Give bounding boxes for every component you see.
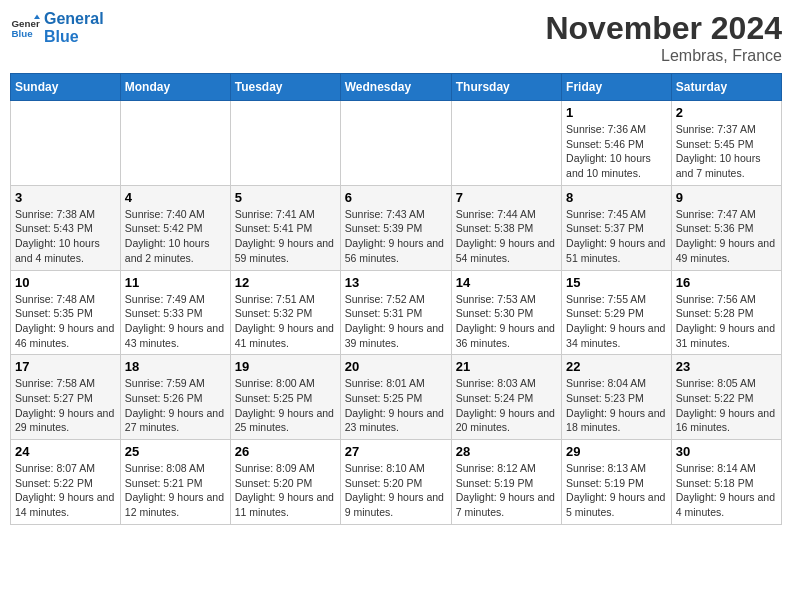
calendar-cell: 5Sunrise: 7:41 AM Sunset: 5:41 PM Daylig… [230, 185, 340, 270]
day-number: 29 [566, 444, 667, 459]
calendar-table: SundayMondayTuesdayWednesdayThursdayFrid… [10, 73, 782, 525]
calendar-body: 1Sunrise: 7:36 AM Sunset: 5:46 PM Daylig… [11, 101, 782, 525]
day-info: Sunrise: 7:38 AM Sunset: 5:43 PM Dayligh… [15, 207, 116, 266]
day-info: Sunrise: 8:08 AM Sunset: 5:21 PM Dayligh… [125, 461, 226, 520]
day-info: Sunrise: 8:04 AM Sunset: 5:23 PM Dayligh… [566, 376, 667, 435]
day-number: 30 [676, 444, 777, 459]
day-number: 13 [345, 275, 447, 290]
day-number: 20 [345, 359, 447, 374]
day-info: Sunrise: 8:12 AM Sunset: 5:19 PM Dayligh… [456, 461, 557, 520]
day-info: Sunrise: 7:51 AM Sunset: 5:32 PM Dayligh… [235, 292, 336, 351]
calendar-week-row: 3Sunrise: 7:38 AM Sunset: 5:43 PM Daylig… [11, 185, 782, 270]
day-info: Sunrise: 7:36 AM Sunset: 5:46 PM Dayligh… [566, 122, 667, 181]
day-number: 3 [15, 190, 116, 205]
day-number: 5 [235, 190, 336, 205]
day-info: Sunrise: 8:07 AM Sunset: 5:22 PM Dayligh… [15, 461, 116, 520]
day-number: 2 [676, 105, 777, 120]
calendar-cell: 15Sunrise: 7:55 AM Sunset: 5:29 PM Dayli… [562, 270, 672, 355]
day-info: Sunrise: 7:41 AM Sunset: 5:41 PM Dayligh… [235, 207, 336, 266]
day-number: 25 [125, 444, 226, 459]
day-info: Sunrise: 7:58 AM Sunset: 5:27 PM Dayligh… [15, 376, 116, 435]
day-number: 22 [566, 359, 667, 374]
day-info: Sunrise: 7:52 AM Sunset: 5:31 PM Dayligh… [345, 292, 447, 351]
calendar-cell: 14Sunrise: 7:53 AM Sunset: 5:30 PM Dayli… [451, 270, 561, 355]
day-info: Sunrise: 8:03 AM Sunset: 5:24 PM Dayligh… [456, 376, 557, 435]
calendar-cell: 4Sunrise: 7:40 AM Sunset: 5:42 PM Daylig… [120, 185, 230, 270]
day-info: Sunrise: 7:37 AM Sunset: 5:45 PM Dayligh… [676, 122, 777, 181]
calendar-cell [451, 101, 561, 186]
weekday-header: Thursday [451, 74, 561, 101]
calendar-cell: 3Sunrise: 7:38 AM Sunset: 5:43 PM Daylig… [11, 185, 121, 270]
calendar-cell: 23Sunrise: 8:05 AM Sunset: 5:22 PM Dayli… [671, 355, 781, 440]
calendar-cell: 28Sunrise: 8:12 AM Sunset: 5:19 PM Dayli… [451, 440, 561, 525]
day-number: 18 [125, 359, 226, 374]
day-info: Sunrise: 7:59 AM Sunset: 5:26 PM Dayligh… [125, 376, 226, 435]
weekday-header: Tuesday [230, 74, 340, 101]
month-title: November 2024 [545, 10, 782, 47]
day-info: Sunrise: 8:13 AM Sunset: 5:19 PM Dayligh… [566, 461, 667, 520]
day-info: Sunrise: 7:47 AM Sunset: 5:36 PM Dayligh… [676, 207, 777, 266]
location-title: Lembras, France [545, 47, 782, 65]
svg-text:General: General [12, 17, 41, 28]
day-number: 6 [345, 190, 447, 205]
calendar-cell: 25Sunrise: 8:08 AM Sunset: 5:21 PM Dayli… [120, 440, 230, 525]
day-info: Sunrise: 7:40 AM Sunset: 5:42 PM Dayligh… [125, 207, 226, 266]
calendar-cell: 17Sunrise: 7:58 AM Sunset: 5:27 PM Dayli… [11, 355, 121, 440]
day-info: Sunrise: 7:55 AM Sunset: 5:29 PM Dayligh… [566, 292, 667, 351]
day-info: Sunrise: 8:14 AM Sunset: 5:18 PM Dayligh… [676, 461, 777, 520]
calendar-cell: 18Sunrise: 7:59 AM Sunset: 5:26 PM Dayli… [120, 355, 230, 440]
calendar-week-row: 24Sunrise: 8:07 AM Sunset: 5:22 PM Dayli… [11, 440, 782, 525]
logo-icon: General Blue [10, 13, 40, 43]
day-number: 1 [566, 105, 667, 120]
day-number: 9 [676, 190, 777, 205]
calendar-cell: 7Sunrise: 7:44 AM Sunset: 5:38 PM Daylig… [451, 185, 561, 270]
day-number: 27 [345, 444, 447, 459]
weekday-header: Sunday [11, 74, 121, 101]
calendar-cell: 8Sunrise: 7:45 AM Sunset: 5:37 PM Daylig… [562, 185, 672, 270]
day-number: 17 [15, 359, 116, 374]
calendar-cell: 9Sunrise: 7:47 AM Sunset: 5:36 PM Daylig… [671, 185, 781, 270]
day-number: 10 [15, 275, 116, 290]
day-number: 7 [456, 190, 557, 205]
day-info: Sunrise: 7:45 AM Sunset: 5:37 PM Dayligh… [566, 207, 667, 266]
day-info: Sunrise: 7:56 AM Sunset: 5:28 PM Dayligh… [676, 292, 777, 351]
calendar-cell [230, 101, 340, 186]
svg-marker-2 [34, 14, 40, 19]
day-info: Sunrise: 7:49 AM Sunset: 5:33 PM Dayligh… [125, 292, 226, 351]
day-number: 23 [676, 359, 777, 374]
logo-text: GeneralBlue [44, 10, 104, 45]
calendar-cell: 1Sunrise: 7:36 AM Sunset: 5:46 PM Daylig… [562, 101, 672, 186]
day-number: 4 [125, 190, 226, 205]
header-row: SundayMondayTuesdayWednesdayThursdayFrid… [11, 74, 782, 101]
calendar-cell: 19Sunrise: 8:00 AM Sunset: 5:25 PM Dayli… [230, 355, 340, 440]
weekday-header: Monday [120, 74, 230, 101]
calendar-cell: 24Sunrise: 8:07 AM Sunset: 5:22 PM Dayli… [11, 440, 121, 525]
day-info: Sunrise: 7:53 AM Sunset: 5:30 PM Dayligh… [456, 292, 557, 351]
calendar-cell [120, 101, 230, 186]
day-number: 19 [235, 359, 336, 374]
day-info: Sunrise: 8:00 AM Sunset: 5:25 PM Dayligh… [235, 376, 336, 435]
calendar-cell [340, 101, 451, 186]
day-number: 15 [566, 275, 667, 290]
calendar-week-row: 10Sunrise: 7:48 AM Sunset: 5:35 PM Dayli… [11, 270, 782, 355]
day-number: 16 [676, 275, 777, 290]
calendar-cell: 26Sunrise: 8:09 AM Sunset: 5:20 PM Dayli… [230, 440, 340, 525]
svg-text:Blue: Blue [12, 28, 34, 39]
header: General Blue GeneralBlue November 2024 L… [10, 10, 782, 65]
day-number: 14 [456, 275, 557, 290]
day-info: Sunrise: 8:01 AM Sunset: 5:25 PM Dayligh… [345, 376, 447, 435]
day-number: 8 [566, 190, 667, 205]
day-number: 21 [456, 359, 557, 374]
calendar-cell: 27Sunrise: 8:10 AM Sunset: 5:20 PM Dayli… [340, 440, 451, 525]
day-info: Sunrise: 7:43 AM Sunset: 5:39 PM Dayligh… [345, 207, 447, 266]
calendar-cell: 10Sunrise: 7:48 AM Sunset: 5:35 PM Dayli… [11, 270, 121, 355]
calendar-cell: 12Sunrise: 7:51 AM Sunset: 5:32 PM Dayli… [230, 270, 340, 355]
calendar-week-row: 1Sunrise: 7:36 AM Sunset: 5:46 PM Daylig… [11, 101, 782, 186]
day-info: Sunrise: 7:48 AM Sunset: 5:35 PM Dayligh… [15, 292, 116, 351]
day-number: 28 [456, 444, 557, 459]
calendar-week-row: 17Sunrise: 7:58 AM Sunset: 5:27 PM Dayli… [11, 355, 782, 440]
calendar-cell: 20Sunrise: 8:01 AM Sunset: 5:25 PM Dayli… [340, 355, 451, 440]
calendar-cell: 13Sunrise: 7:52 AM Sunset: 5:31 PM Dayli… [340, 270, 451, 355]
title-area: November 2024 Lembras, France [545, 10, 782, 65]
weekday-header: Wednesday [340, 74, 451, 101]
